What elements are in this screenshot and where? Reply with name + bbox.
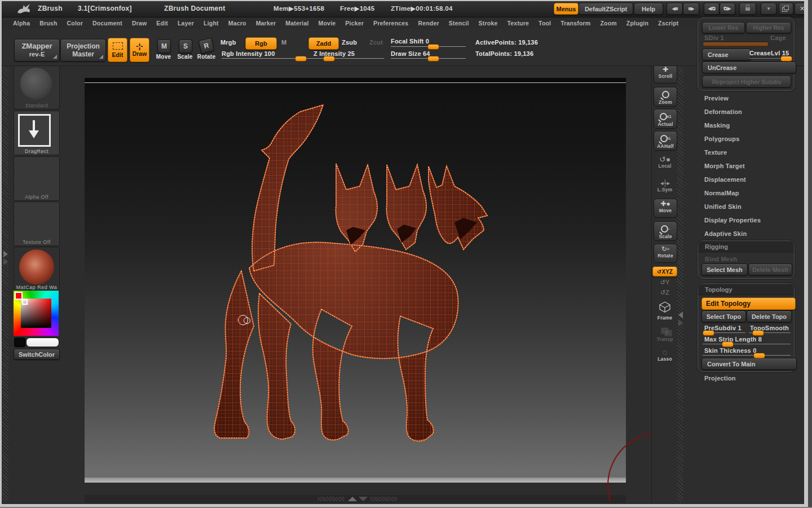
max-strip-slider[interactable] (722, 341, 734, 347)
skin-thickness-track[interactable] (703, 355, 791, 356)
skin-thickness-slider[interactable] (753, 353, 765, 358)
switch-color-button[interactable]: SwitchColor (14, 349, 60, 360)
rotate-tool-button[interactable]: ↻▫ Rotate (654, 244, 677, 263)
xyz-rotation-button[interactable]: ↺XYZ (652, 266, 677, 277)
z-intensity-track[interactable] (309, 58, 384, 59)
lasso-button[interactable]: ◌ Lasso (654, 349, 676, 362)
crease-lvl-slider[interactable] (780, 56, 792, 62)
rgb-intensity-slider[interactable] (295, 56, 307, 62)
bottom-divider-up-icon[interactable] (348, 497, 357, 501)
reproject-button[interactable]: Reproject Higher Subdiv (702, 76, 791, 87)
aahalf-button[interactable]: ½ AAHalf (654, 131, 677, 151)
menu-render[interactable]: Render (418, 20, 439, 27)
scale-tool-button[interactable]: ▫ Scale (654, 221, 677, 241)
section-texture[interactable]: Texture (704, 149, 727, 156)
toposmooth-slider[interactable] (752, 330, 764, 336)
secondary-color-swatch[interactable] (14, 338, 25, 347)
section-displacement[interactable]: Displacement (704, 176, 746, 183)
sv-cursor-icon[interactable] (22, 299, 28, 305)
brush-thumbnail-standard[interactable]: Standard (14, 64, 60, 110)
default-zscript-button[interactable]: DefaultZScript (579, 3, 633, 15)
zoom-tool-button[interactable]: Zoom (654, 87, 677, 107)
projection-master-button[interactable]: Projection Master (60, 39, 106, 62)
m-button[interactable]: M (281, 39, 286, 46)
select-topo-button[interactable]: Select Topo (701, 310, 746, 322)
rgb-button[interactable]: Rgb (245, 37, 277, 50)
menu-brush[interactable]: Brush (39, 20, 57, 27)
uncrease-button[interactable]: UnCrease (702, 62, 796, 73)
menu-stroke[interactable]: Stroke (479, 20, 498, 27)
bottom-divider-hatch-left[interactable] (317, 497, 345, 501)
section-morph-target[interactable]: Morph Target (704, 163, 745, 169)
menu-material[interactable]: Material (285, 20, 308, 27)
document-canvas[interactable] (85, 78, 626, 483)
zmapper-button[interactable]: ZMapper rev-E (14, 39, 60, 62)
menu-light[interactable]: Light (204, 20, 219, 27)
section-deformation[interactable]: Deformation (704, 108, 742, 115)
right-divider-arrow-right-icon[interactable] (678, 319, 683, 326)
y-rotation-button[interactable]: ↺Y (654, 279, 676, 286)
lower-res-button[interactable]: Lower Res (702, 22, 745, 33)
menu-draw[interactable]: Draw (132, 20, 147, 27)
menu-texture[interactable]: Texture (508, 20, 529, 27)
color-picker-hue-square[interactable] (14, 291, 59, 336)
move-tool-button[interactable]: ✚● Move (654, 199, 677, 218)
scroll-tool-button[interactable]: ✚ Scroll (654, 64, 677, 84)
scroll-interface-right-icon[interactable]: ΙΙΙΙ▶ (683, 3, 699, 15)
edit-topology-button[interactable]: Edit Topology (701, 297, 796, 310)
left-tray-divider[interactable] (2, 66, 8, 502)
mrgb-button[interactable]: Mrgb (220, 39, 236, 46)
material-thumbnail-matcap[interactable]: MatCap Red Wa (14, 247, 60, 291)
menu-macro[interactable]: Macro (228, 20, 246, 27)
texture-thumbnail[interactable]: Texture Off (14, 202, 60, 246)
topology-header[interactable]: Topology (698, 284, 794, 295)
local-pivot-button[interactable]: ↺● Local (654, 156, 676, 169)
edit-mode-button[interactable]: Edit (108, 38, 127, 62)
menu-alpha[interactable]: Alpha (13, 20, 30, 27)
menu-color[interactable]: Color (67, 20, 83, 27)
menu-zplugin[interactable]: Zplugin (626, 20, 648, 27)
z-rotation-button[interactable]: ↺Z (654, 289, 676, 296)
max-strip-track[interactable] (703, 344, 791, 344)
transp-button[interactable]: Transp (654, 326, 676, 342)
section-masking[interactable]: Masking (704, 122, 730, 129)
menu-zscript[interactable]: Zscript (658, 20, 678, 27)
frame-button[interactable]: Frame (654, 301, 676, 321)
zadd-button[interactable]: Zadd (308, 37, 339, 50)
menu-stencil[interactable]: Stencil (449, 20, 469, 27)
section-normalmap[interactable]: NormalMap (704, 190, 739, 196)
zcut-button[interactable]: Zcut (369, 39, 383, 46)
minimize-icon[interactable]: ▼ (761, 3, 776, 15)
menu-marker[interactable]: Marker (256, 20, 276, 27)
left-divider-arrow2-icon[interactable] (3, 259, 8, 265)
bottom-divider-hatch-right[interactable] (370, 497, 397, 501)
delete-topo-button[interactable]: Delete Topo (747, 310, 792, 322)
menu-zoom[interactable]: Zoom (600, 20, 616, 27)
draw-mode-button[interactable]: -¦- Draw (130, 38, 149, 62)
section-polygroups[interactable]: Polygroups (704, 135, 740, 142)
menu-movie[interactable]: Movie (319, 20, 336, 27)
menu-tool[interactable]: Tool (539, 20, 551, 27)
menu-edit[interactable]: Edit (156, 20, 168, 27)
zsub-button[interactable]: Zsub (342, 39, 357, 46)
delete-mesh-button[interactable]: Delete Mesh (748, 264, 792, 275)
cage-button[interactable]: Cage (770, 34, 786, 41)
convert-to-main-button[interactable]: Convert To Main (701, 358, 797, 370)
menu-picker[interactable]: Picker (345, 20, 364, 27)
lock-icon[interactable] (739, 3, 756, 15)
right-panel-divider[interactable] (677, 66, 683, 502)
scale-mode-button[interactable]: S (179, 40, 192, 53)
left-divider-arrow-icon[interactable] (3, 251, 8, 257)
sdiv-slider[interactable] (703, 42, 769, 47)
section-preview[interactable]: Preview (704, 95, 729, 102)
section-unified-skin[interactable]: Unified Skin (704, 203, 742, 210)
color-picker-sv-square[interactable] (21, 299, 51, 328)
menu-preferences[interactable]: Preferences (373, 20, 408, 27)
actual-size-button[interactable]: x1 Actual (654, 109, 677, 129)
crease-button[interactable]: Crease (702, 49, 751, 60)
focal-shift-slider[interactable] (427, 44, 439, 50)
section-projection[interactable]: Projection (704, 375, 736, 382)
bind-mesh-button[interactable]: Bind Mesh (705, 256, 737, 262)
bottom-divider-down-icon[interactable] (359, 497, 368, 501)
move-elements-right-icon[interactable]: ⧉▶ (720, 3, 735, 15)
